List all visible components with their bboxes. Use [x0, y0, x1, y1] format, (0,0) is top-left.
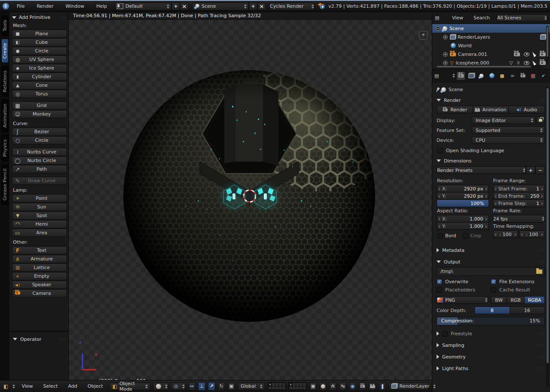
- add-uv-sphere-button[interactable]: UV Sphere: [12, 55, 67, 64]
- feature-set-dropdown[interactable]: Supported: [472, 126, 545, 134]
- dimensions-panel-header[interactable]: Dimensions: [437, 157, 545, 165]
- layers-widget[interactable]: [268, 382, 307, 390]
- transform-orientation-dropdown[interactable]: Global: [238, 383, 265, 390]
- add-speaker-button[interactable]: Speaker: [12, 281, 67, 289]
- frame-step-field[interactable]: Frame Step:1: [493, 199, 545, 207]
- expand-toggle[interactable]: [443, 61, 448, 65]
- resolution-y-field[interactable]: Y:2920 px: [437, 192, 489, 200]
- render-panel-header[interactable]: Render: [437, 96, 545, 104]
- animation-button[interactable]: Animation: [473, 106, 509, 113]
- tab-tools[interactable]: Tools: [1, 15, 9, 36]
- object-menu[interactable]: Object: [84, 383, 107, 389]
- translate-manipulator-button[interactable]: [208, 382, 215, 391]
- metadata-panel-header[interactable]: Metadata: [437, 246, 545, 254]
- add-curve-circle-button[interactable]: Circle: [12, 136, 67, 144]
- add-hemi-lamp-button[interactable]: Hemi: [12, 220, 67, 228]
- remove-preset-button[interactable]: −: [535, 166, 545, 174]
- editor-type-icon[interactable]: [3, 383, 8, 389]
- resolution-x-field[interactable]: X:2920 px: [437, 185, 489, 193]
- panel-grip[interactable]: [59, 337, 66, 341]
- add-point-lamp-button[interactable]: Point: [12, 194, 67, 202]
- object-data-tab-icon[interactable]: [518, 71, 527, 80]
- add-empty-button[interactable]: Empty: [12, 272, 67, 280]
- osl-checkbox[interactable]: [437, 148, 443, 153]
- panel-grip[interactable]: [538, 343, 545, 347]
- overwrite-checkbox[interactable]: [437, 279, 442, 285]
- render-layers-badge-icon[interactable]: [540, 35, 546, 40]
- add-nurbs-curve-button[interactable]: Nurbs Curve: [12, 148, 67, 156]
- add-plane-button[interactable]: Plane: [12, 30, 67, 38]
- depth-8-button[interactable]: 8: [474, 306, 510, 314]
- add-camera-button[interactable]: Camera: [12, 289, 67, 297]
- delete-scene-button[interactable]: [257, 3, 266, 10]
- add-layout-button[interactable]: [171, 3, 180, 10]
- draw-curve-button[interactable]: Draw Curve: [12, 177, 67, 185]
- start-frame-field[interactable]: Start Frame:1: [493, 185, 545, 193]
- mode-dropdown[interactable]: Object Mode: [110, 383, 151, 390]
- pin-icon[interactable]: [435, 87, 440, 92]
- rgba-button[interactable]: RGBA: [524, 296, 545, 304]
- properties-editor-icon[interactable]: [434, 71, 443, 80]
- menu-window[interactable]: Window: [61, 3, 89, 9]
- panel-grip[interactable]: [538, 331, 545, 336]
- pause-render-button[interactable]: [379, 382, 386, 391]
- light-paths-panel-header[interactable]: Light Paths: [437, 364, 545, 372]
- frame-rate-dropdown[interactable]: 24 fps: [493, 215, 545, 223]
- renderability-camera-icon[interactable]: [540, 52, 546, 56]
- add-bezier-button[interactable]: Bezier: [12, 128, 67, 136]
- opengl-render-button[interactable]: [359, 382, 366, 391]
- scene-dropdown[interactable]: Scene: [192, 3, 249, 10]
- display-dropdown[interactable]: Image Editor: [472, 116, 535, 124]
- properties-scrollbar[interactable]: [546, 86, 549, 387]
- freestyle-checkbox[interactable]: [442, 331, 448, 337]
- compression-slider[interactable]: Compression: 15%: [437, 317, 545, 325]
- add-nurbs-circle-button[interactable]: Nurbs Circle: [12, 156, 67, 165]
- freestyle-panel-header[interactable]: Freestyle: [437, 330, 545, 337]
- menu-help[interactable]: Help: [92, 3, 111, 9]
- add-monkey-button[interactable]: Monkey: [12, 110, 67, 118]
- snap-target-dropdown[interactable]: [349, 382, 356, 391]
- outliner-row-world[interactable]: World: [432, 41, 550, 50]
- object-tab-icon[interactable]: [498, 71, 507, 80]
- border-checkbox[interactable]: [437, 233, 443, 239]
- output-path-field[interactable]: /tmp\: [437, 267, 545, 276]
- bw-button[interactable]: BW: [491, 296, 507, 304]
- add-area-lamp-button[interactable]: Area: [12, 229, 67, 237]
- tab-physics[interactable]: Physics: [1, 135, 9, 161]
- texture-tab-icon[interactable]: [529, 71, 538, 80]
- properties-region-toggle[interactable]: [419, 31, 428, 40]
- outliner-row-scene[interactable]: Scene: [432, 24, 550, 33]
- collapse-toggle[interactable]: [436, 26, 440, 31]
- manipulate-origins-toggle[interactable]: [188, 382, 196, 391]
- add-spot-lamp-button[interactable]: Spot: [12, 211, 67, 220]
- 3d-viewport[interactable]: Time:04:56.91 | Mem:67.41M, Peak:67.42M …: [69, 12, 432, 380]
- remap-old-field[interactable]: : 100: [493, 230, 519, 238]
- resolution-percentage-slider[interactable]: 100%: [437, 199, 489, 207]
- crop-checkbox[interactable]: [463, 233, 468, 239]
- world-tab-icon[interactable]: [487, 71, 496, 80]
- expand-toggle[interactable]: [443, 35, 448, 40]
- rotate-manipulator-button[interactable]: [218, 382, 225, 391]
- panel-grip[interactable]: [538, 260, 545, 264]
- tab-relations[interactable]: Relations: [1, 66, 9, 97]
- add-primitive-panel-header[interactable]: Add Primitive: [12, 15, 67, 20]
- outliner-horizontal-scrollbar[interactable]: [436, 65, 543, 68]
- select-menu[interactable]: Select: [40, 383, 62, 389]
- remap-new-field[interactable]: : 100: [519, 230, 545, 238]
- aspect-x-field[interactable]: X:1.000: [437, 215, 489, 223]
- visibility-eye-icon[interactable]: [524, 61, 529, 65]
- add-circle-button[interactable]: Circle: [12, 47, 67, 55]
- aspect-y-field[interactable]: Y:1.000: [437, 222, 489, 230]
- view-menu[interactable]: View: [18, 383, 37, 389]
- menu-file[interactable]: File: [12, 3, 29, 9]
- panel-grip[interactable]: [538, 355, 545, 359]
- add-grid-button[interactable]: Grid: [12, 101, 67, 110]
- render-presets-dropdown[interactable]: Render Presets: [437, 166, 526, 174]
- audio-button[interactable]: Audio: [508, 106, 545, 113]
- lock-interface-button[interactable]: [536, 116, 545, 124]
- manipulator-toggle[interactable]: [198, 382, 205, 391]
- add-sun-lamp-button[interactable]: Sun: [12, 203, 67, 211]
- add-armature-button[interactable]: Armature: [12, 255, 67, 263]
- selectability-cursor-icon[interactable]: [532, 60, 537, 66]
- outliner-search-menu[interactable]: Search: [469, 15, 494, 21]
